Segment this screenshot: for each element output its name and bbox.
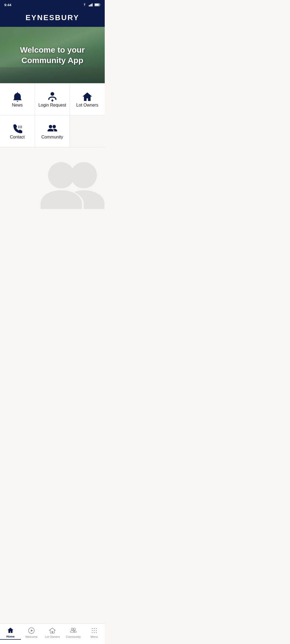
hero-banner: Welcome to your Community App <box>0 27 105 83</box>
battery-icon <box>95 3 100 6</box>
svg-point-17 <box>52 125 56 128</box>
news-label: News <box>12 103 23 108</box>
app-logo: EYNESBURY <box>26 13 79 22</box>
status-time: 9:44 <box>4 3 11 7</box>
wifi-icon <box>82 3 87 6</box>
svg-point-16 <box>49 125 52 128</box>
svg-point-14 <box>19 127 20 128</box>
svg-point-12 <box>21 126 22 127</box>
svg-point-13 <box>18 127 19 128</box>
svg-rect-5 <box>100 4 100 6</box>
status-icons <box>82 3 100 6</box>
grid-item-news[interactable]: News <box>0 83 35 115</box>
signal-icon <box>89 3 93 6</box>
community-label: Community <box>41 135 63 140</box>
community-icon <box>46 123 58 135</box>
svg-rect-2 <box>91 4 92 6</box>
watermark-area <box>0 147 105 228</box>
svg-point-19 <box>71 162 97 188</box>
svg-rect-3 <box>92 3 93 6</box>
grid-item-empty <box>70 115 105 147</box>
svg-point-15 <box>21 127 22 128</box>
bell-icon <box>12 91 23 103</box>
svg-point-11 <box>19 126 20 127</box>
house-icon <box>81 91 93 103</box>
hero-text: Welcome to your Community App <box>20 45 85 65</box>
svg-point-7 <box>50 92 54 96</box>
hero-title-line1: Welcome to your Community App <box>20 45 85 65</box>
contact-label: Contact <box>10 135 25 140</box>
lot-owners-label: Lot Owners <box>76 103 98 108</box>
watermark-community-icon <box>35 153 105 228</box>
phone-icon <box>12 123 23 135</box>
svg-rect-6 <box>95 4 99 6</box>
grid-item-community[interactable]: Community <box>35 115 70 147</box>
grid-item-login-request[interactable]: Login Request <box>35 83 70 115</box>
grid-item-contact[interactable]: Contact <box>0 115 35 147</box>
grid-item-lot-owners[interactable]: Lot Owners <box>70 83 105 115</box>
app-header: EYNESBURY <box>0 10 105 27</box>
svg-rect-1 <box>90 5 90 6</box>
person-icon <box>46 91 58 103</box>
svg-point-10 <box>18 126 19 127</box>
menu-grid: News Login Request Lot Owners Contact <box>0 83 105 147</box>
svg-point-18 <box>48 162 74 188</box>
status-bar: 9:44 <box>0 0 105 10</box>
svg-rect-0 <box>89 5 90 7</box>
login-request-label: Login Request <box>38 103 66 108</box>
